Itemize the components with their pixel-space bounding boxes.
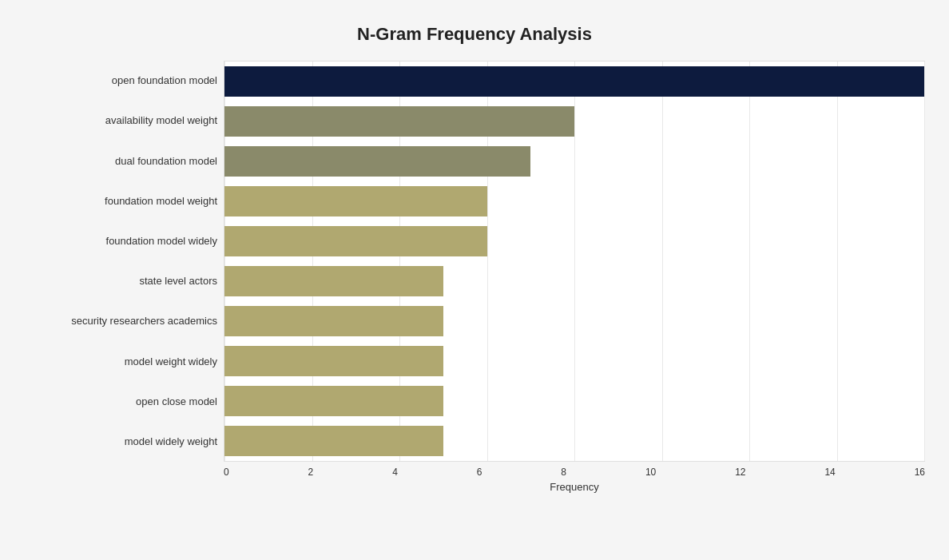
bar-row	[224, 182, 924, 220]
bar-row	[224, 342, 924, 380]
bar-row	[224, 422, 924, 460]
y-label: open foundation model	[24, 74, 217, 87]
y-label: state level actors	[24, 275, 217, 288]
x-tick: 14	[824, 467, 835, 478]
bar	[224, 66, 924, 97]
x-tick: 12	[735, 467, 745, 478]
bar-row	[224, 62, 924, 101]
y-label: foundation model weight	[24, 195, 217, 208]
grid-line	[924, 62, 925, 461]
bar	[224, 106, 574, 137]
y-label: security researchers academics	[24, 315, 217, 328]
bar-row	[224, 382, 924, 420]
x-tick: 8	[561, 467, 566, 478]
x-tick: 16	[915, 467, 925, 478]
y-label: availability model weight	[24, 114, 217, 127]
bar-row	[224, 102, 924, 141]
bar-row	[224, 302, 924, 340]
y-label: foundation model widely	[24, 235, 217, 248]
x-tick: 4	[392, 467, 398, 478]
bars-plot	[224, 61, 925, 462]
x-tick: 0	[224, 467, 229, 478]
y-labels: open foundation modelavailability model …	[24, 61, 224, 462]
bar	[224, 226, 487, 256]
x-axis-ticks: 0246810121416	[224, 467, 925, 478]
y-label: model widely weight	[24, 435, 217, 448]
x-tick: 2	[308, 467, 314, 478]
y-label: model weight widely	[24, 355, 217, 368]
bar	[224, 426, 443, 456]
bar	[224, 146, 530, 177]
chart-title: N-Gram Frequency Analysis	[24, 16, 925, 45]
x-tick: 6	[477, 467, 482, 478]
bars-section: open foundation modelavailability model …	[24, 61, 925, 462]
x-axis: 0246810121416	[24, 467, 925, 478]
bar	[224, 346, 443, 376]
y-label: dual foundation model	[24, 155, 217, 168]
x-axis-label: Frequency	[24, 481, 925, 493]
bar	[224, 386, 443, 416]
bar	[224, 306, 443, 336]
y-label: open close model	[24, 395, 217, 408]
chart-container: N-Gram Frequency Analysis open foundatio…	[0, 0, 949, 560]
bar-row	[224, 142, 924, 181]
bar-row	[224, 222, 924, 260]
bar-row	[224, 262, 924, 300]
bar	[224, 186, 487, 216]
chart-area: open foundation modelavailability model …	[24, 61, 925, 493]
x-tick: 10	[645, 467, 656, 478]
bar	[224, 266, 443, 296]
